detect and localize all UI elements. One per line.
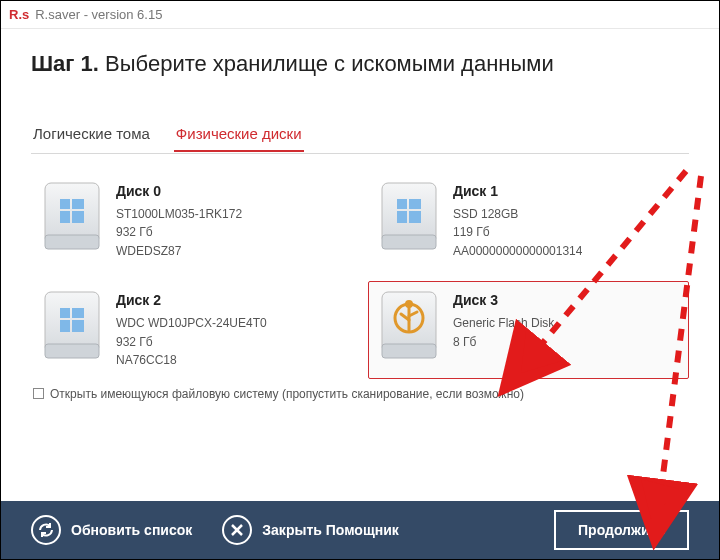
svg-rect-3	[382, 235, 436, 249]
disk-size: 8 Гб	[453, 333, 554, 352]
continue-button[interactable]: Продолжить	[554, 510, 689, 550]
disk-serial: NA76CC18	[116, 351, 267, 370]
disk-model: SSD 128GB	[453, 205, 582, 224]
disk-serial: AA00000000000001314	[453, 242, 582, 261]
disk-title: Диск 2	[116, 290, 267, 312]
app-logo: R.s	[9, 7, 29, 22]
refresh-button[interactable]: Обновить список	[31, 515, 192, 545]
disk-size: 932 Гб	[116, 333, 267, 352]
footer-bar: Обновить список Закрыть Помощник Продолж…	[1, 501, 719, 559]
tab-logical-volumes[interactable]: Логические тома	[31, 119, 152, 152]
disk-model: WDC WD10JPCX-24UE4T0	[116, 314, 267, 333]
disk-title: Диск 0	[116, 181, 242, 203]
svg-rect-5	[45, 344, 99, 358]
titlebar: R.s R.saver - version 6.15	[1, 1, 719, 29]
svg-point-10	[407, 302, 412, 307]
skip-scan-checkbox[interactable]	[33, 388, 44, 399]
hdd-windows-icon	[379, 181, 439, 253]
disk-title: Диск 3	[453, 290, 554, 312]
app-name: R.saver - version 6.15	[35, 7, 162, 22]
disk-item[interactable]: Диск 1 SSD 128GB 119 Гб AA00000000000001…	[368, 172, 689, 269]
refresh-label: Обновить список	[71, 522, 192, 538]
disk-model: ST1000LM035-1RK172	[116, 205, 242, 224]
disk-size: 119 Гб	[453, 223, 582, 242]
skip-scan-label: Открыть имеющуюся файловую систему (проп…	[50, 387, 524, 401]
disk-serial: WDEDSZ87	[116, 242, 242, 261]
svg-rect-7	[382, 344, 436, 358]
skip-scan-row[interactable]: Открыть имеющуюся файловую систему (проп…	[31, 387, 689, 401]
close-assistant-button[interactable]: Закрыть Помощник	[222, 515, 398, 545]
close-icon	[222, 515, 252, 545]
hdd-windows-icon	[42, 181, 102, 253]
step-number: Шаг 1.	[31, 51, 99, 76]
disk-item[interactable]: Диск 0 ST1000LM035-1RK172 932 Гб WDEDSZ8…	[31, 172, 352, 269]
disk-title: Диск 1	[453, 181, 582, 203]
disk-item[interactable]: Диск 2 WDC WD10JPCX-24UE4T0 932 Гб NA76C…	[31, 281, 352, 378]
wizard-header: Шаг 1. Выберите хранилище с искомыми дан…	[1, 29, 719, 97]
disk-grid: Диск 0 ST1000LM035-1RK172 932 Гб WDEDSZ8…	[31, 172, 689, 379]
disk-item-selected[interactable]: Диск 3 Generic Flash Disk 8 Гб	[368, 281, 689, 378]
tab-bar: Логические тома Физические диски	[31, 119, 689, 153]
refresh-icon	[31, 515, 61, 545]
close-label: Закрыть Помощник	[262, 522, 398, 538]
hdd-usb-icon	[379, 290, 439, 362]
step-instruction: Выберите хранилище с искомыми данными	[105, 51, 554, 76]
tab-physical-disks[interactable]: Физические диски	[174, 119, 304, 152]
svg-rect-1	[45, 235, 99, 249]
disk-model: Generic Flash Disk	[453, 314, 554, 333]
step-title: Шаг 1. Выберите хранилище с искомыми дан…	[31, 51, 689, 77]
hdd-windows-icon	[42, 290, 102, 362]
disk-size: 932 Гб	[116, 223, 242, 242]
